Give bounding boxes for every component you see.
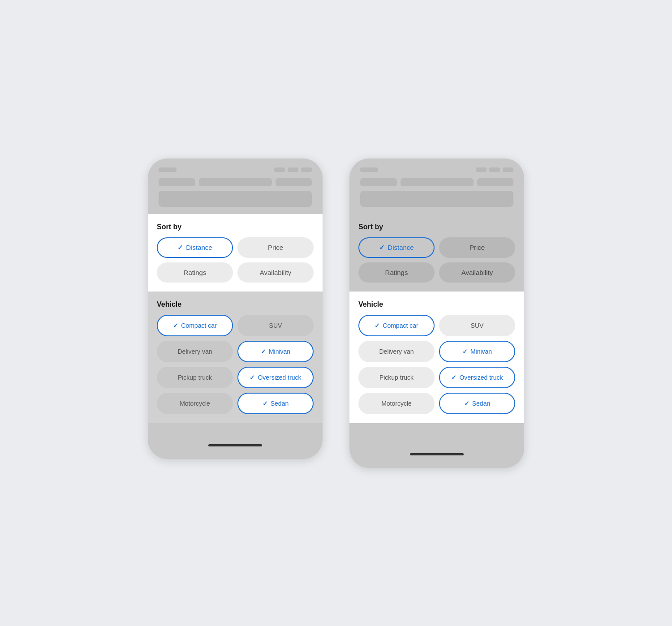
status-pill-sm-6 xyxy=(503,167,513,172)
vehicle-title-2: Vehicle xyxy=(358,300,515,309)
vehicle-btn-minivan-2[interactable]: Minivan xyxy=(439,341,515,362)
phone-frame-2: Sort by Distance Price Ratings Availabil… xyxy=(349,159,524,468)
vehicle-btn-motorcycle-2[interactable]: Motorcycle xyxy=(358,393,435,414)
nav-pill-2 xyxy=(199,178,272,186)
vehicle-grid-1: Compact car SUV Delivery van Minivan Pic… xyxy=(157,315,314,414)
sort-grid-1: Distance Price Ratings Availability xyxy=(157,237,314,283)
sort-panel-2: Sort by Distance Price Ratings Availabil… xyxy=(349,214,524,292)
sort-by-title-1: Sort by xyxy=(157,223,314,231)
vehicle-btn-sedan-1[interactable]: Sedan xyxy=(237,393,314,414)
search-bar-mockup-2 xyxy=(360,191,513,207)
nav-bar-2 xyxy=(360,178,513,186)
status-pill-sm-3 xyxy=(301,167,312,172)
home-indicator-1 xyxy=(208,444,262,446)
home-indicator-2 xyxy=(410,453,464,455)
status-pill-sm-4 xyxy=(476,167,487,172)
nav-pill-6 xyxy=(477,178,514,186)
vehicle-btn-oversized-truck-2[interactable]: Oversized truck xyxy=(439,367,515,388)
phone-top-2 xyxy=(349,159,524,214)
phone-bottom-1 xyxy=(148,423,323,459)
vehicle-btn-oversized-truck-1[interactable]: Oversized truck xyxy=(237,367,314,388)
check-icon-sedan-2 xyxy=(464,400,470,407)
vehicle-panel-1: Vehicle Compact car SUV Delivery van Min… xyxy=(148,292,323,423)
vehicle-panel-2: Vehicle Compact car SUV Delivery van Min… xyxy=(349,292,524,423)
check-icon-distance-2 xyxy=(379,244,385,252)
phone-bottom-2 xyxy=(349,423,524,468)
status-pill-sm-5 xyxy=(489,167,500,172)
screens-container: Sort by Distance Price Ratings Availabil… xyxy=(148,159,524,468)
status-bar-2 xyxy=(360,167,513,172)
vehicle-title-1: Vehicle xyxy=(157,300,314,309)
phone-top-1 xyxy=(148,159,323,214)
status-pill-left-2 xyxy=(360,167,378,172)
sort-btn-price-1[interactable]: Price xyxy=(237,237,314,258)
check-icon-oversized-1 xyxy=(250,374,255,381)
check-icon-compact-2 xyxy=(375,322,380,329)
check-icon-distance-1 xyxy=(177,244,183,252)
vehicle-btn-pickup-truck-1[interactable]: Pickup truck xyxy=(157,367,233,388)
vehicle-grid-2: Compact car SUV Delivery van Minivan Pic… xyxy=(358,315,515,414)
sort-panel-1: Sort by Distance Price Ratings Availabil… xyxy=(148,214,323,292)
sort-by-title-2: Sort by xyxy=(358,223,515,231)
sort-btn-availability-2[interactable]: Availability xyxy=(439,262,515,283)
vehicle-btn-minivan-1[interactable]: Minivan xyxy=(237,341,314,362)
status-pill-left xyxy=(159,167,177,172)
sort-btn-ratings-1[interactable]: Ratings xyxy=(157,262,233,283)
vehicle-btn-motorcycle-1[interactable]: Motorcycle xyxy=(157,393,233,414)
status-pill-sm-1 xyxy=(274,167,285,172)
status-bar-1 xyxy=(159,167,312,172)
check-icon-minivan-1 xyxy=(261,348,266,355)
vehicle-btn-suv-2[interactable]: SUV xyxy=(439,315,515,336)
nav-pill-4 xyxy=(360,178,397,186)
nav-pill-5 xyxy=(401,178,474,186)
vehicle-btn-compact-car-2[interactable]: Compact car xyxy=(358,315,435,336)
sort-btn-price-2[interactable]: Price xyxy=(439,237,515,258)
vehicle-btn-delivery-van-1[interactable]: Delivery van xyxy=(157,341,233,362)
vehicle-btn-delivery-van-2[interactable]: Delivery van xyxy=(358,341,435,362)
vehicle-btn-pickup-truck-2[interactable]: Pickup truck xyxy=(358,367,435,388)
nav-bar-1 xyxy=(159,178,312,186)
sort-btn-distance-2[interactable]: Distance xyxy=(358,237,435,258)
phone-frame-1: Sort by Distance Price Ratings Availabil… xyxy=(148,159,323,459)
check-icon-oversized-2 xyxy=(451,374,457,381)
search-bar-mockup-1 xyxy=(159,191,312,207)
status-pills-right xyxy=(274,167,312,172)
sort-btn-availability-1[interactable]: Availability xyxy=(237,262,314,283)
status-pill-sm-2 xyxy=(288,167,298,172)
nav-pill-1 xyxy=(159,178,195,186)
sort-btn-distance-1[interactable]: Distance xyxy=(157,237,233,258)
vehicle-btn-sedan-2[interactable]: Sedan xyxy=(439,393,515,414)
vehicle-btn-suv-1[interactable]: SUV xyxy=(237,315,314,336)
nav-pill-3 xyxy=(276,178,312,186)
sort-btn-ratings-2[interactable]: Ratings xyxy=(358,262,435,283)
sort-grid-2: Distance Price Ratings Availability xyxy=(358,237,515,283)
check-icon-minivan-2 xyxy=(462,348,468,355)
check-icon-sedan-1 xyxy=(263,400,268,407)
check-icon-compact-1 xyxy=(173,322,178,329)
vehicle-btn-compact-car-1[interactable]: Compact car xyxy=(157,315,233,336)
status-pills-right-2 xyxy=(476,167,513,172)
